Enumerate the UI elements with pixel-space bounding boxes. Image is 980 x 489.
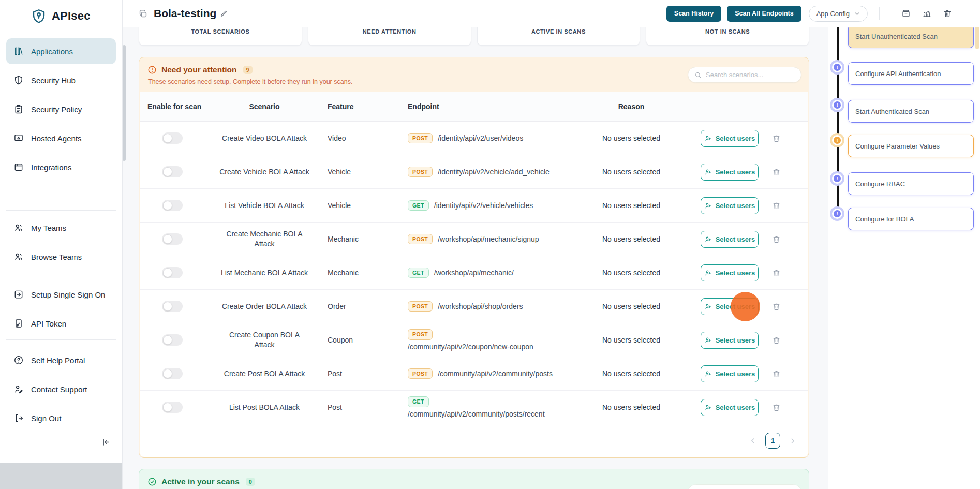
sidebar-item-label: Security Hub <box>31 76 76 85</box>
workflow-step-configure-parameter-values[interactable]: Configure Parameter Values <box>848 135 974 157</box>
sidebar-item-applications[interactable]: Applications <box>6 38 116 64</box>
select-users-button[interactable]: Select users <box>701 332 759 349</box>
stat-card-not-in-scans: NOT IN SCANS <box>646 27 809 46</box>
feature-name: Mechanic <box>324 235 402 243</box>
delete-scenario-icon[interactable] <box>772 336 781 345</box>
endpoint-path: /workshop/api/mechanic/signup <box>438 235 539 243</box>
select-users-button[interactable]: Select users <box>701 130 759 147</box>
archive-icon[interactable] <box>901 9 911 18</box>
delete-scenario-icon[interactable] <box>772 269 781 277</box>
sidebar-item-my-teams[interactable]: My Teams <box>6 215 116 241</box>
feature-name: Vehicle <box>324 201 402 210</box>
scenario-name: Create Mechanic BOLA Attack <box>226 229 303 249</box>
app-config-dropdown[interactable]: App Config <box>809 6 868 22</box>
endpoint-path: /identity/api/v2/user/videos <box>438 134 523 142</box>
sidebar-item-label: Self Help Portal <box>31 356 85 365</box>
scenario-search[interactable] <box>688 67 801 83</box>
next-page-icon[interactable] <box>789 437 797 445</box>
edit-title-icon[interactable] <box>220 10 228 18</box>
stats-cards: TOTAL SCENARIOSNEED ATTENTIONACTIVE IN S… <box>139 27 809 46</box>
brand-name: APIsec <box>52 9 91 23</box>
sidebar-nav: ApplicationsSecurity HubSecurity PolicyH… <box>0 32 122 434</box>
sidebar-item-security-policy[interactable]: Security Policy <box>6 96 116 122</box>
sidebar-item-security-hub[interactable]: Security Hub <box>6 67 116 93</box>
enable-scan-toggle[interactable] <box>162 301 183 312</box>
stat-card-need-attention: NEED ATTENTION <box>308 27 471 46</box>
vertical-scrollbar-thumb[interactable] <box>123 45 126 161</box>
endpoint-path: /community/api/v2/community/posts/recent <box>408 410 545 418</box>
sidebar-item-label: Applications <box>31 47 73 56</box>
person-plus-icon <box>704 303 712 310</box>
active-in-scans-panel: Active in your scans 0 <box>139 469 809 489</box>
scan-history-button[interactable]: Scan History <box>666 6 721 22</box>
workflow-step-start-unauthenticated-scan[interactable]: Start Unauthenticated Scan <box>848 24 974 48</box>
pagination: 1 <box>140 424 808 457</box>
copy-title-icon[interactable] <box>138 9 148 19</box>
scenario-name: Create Video BOLA Attack <box>222 134 307 142</box>
enable-scan-toggle[interactable] <box>162 200 183 211</box>
need-attention-title: Need your attention <box>161 65 237 75</box>
feature-name: Vehicle <box>324 168 402 176</box>
workflow-timeline-line <box>837 27 839 214</box>
sidebar-item-api-token[interactable]: API Token <box>6 310 116 336</box>
sidebar-item-self-help-portal[interactable]: Self Help Portal <box>6 347 116 373</box>
delete-scenario-icon[interactable] <box>772 369 781 378</box>
step-status-icon: ! <box>830 60 844 75</box>
enable-scan-toggle[interactable] <box>162 166 183 177</box>
sidebar-item-integrations[interactable]: Integrations <box>6 154 116 180</box>
delete-scenario-icon[interactable] <box>772 201 781 210</box>
delete-scenario-icon[interactable] <box>772 403 781 412</box>
step-status-icon: ! <box>830 171 844 186</box>
col-reason: Reason <box>566 102 696 111</box>
delete-scenario-icon[interactable] <box>772 235 781 244</box>
scenario-name: Create Vehicle BOLA Attack <box>219 168 309 176</box>
sidebar-item-browse-teams[interactable]: Browse Teams <box>6 244 116 270</box>
sidebar-item-sign-out[interactable]: Sign Out <box>6 405 116 431</box>
select-users-button[interactable]: Select users <box>701 264 759 281</box>
sidebar-collapse[interactable] <box>0 434 122 447</box>
search-scenarios-input[interactable] <box>706 71 795 79</box>
sidebar-item-contact-support[interactable]: Contact Support <box>6 376 116 402</box>
select-users-button[interactable]: Select users <box>701 298 759 315</box>
delete-app-icon[interactable] <box>943 9 952 18</box>
enable-scan-toggle[interactable] <box>162 233 183 245</box>
sidebar-item-label: Integrations <box>31 163 71 172</box>
page-number[interactable]: 1 <box>765 433 780 449</box>
enable-scan-toggle[interactable] <box>162 402 183 413</box>
scan-all-endpoints-button[interactable]: Scan All Endpoints <box>727 6 801 22</box>
chevron-down-icon <box>854 11 860 17</box>
scenarios-table: Enable for scan Scenario Feature Endpoin… <box>140 92 808 457</box>
col-enable-for-scan: Enable for scan <box>140 102 205 111</box>
right-scrollbar-thumb[interactable] <box>975 25 979 49</box>
select-users-button[interactable]: Select users <box>701 365 759 382</box>
workflow-step-configure-rbac[interactable]: Configure RBAC <box>848 172 974 195</box>
stat-card-total-scenarios: TOTAL SCENARIOS <box>139 27 302 46</box>
table-row: List Mechanic BOLA AttackMechanicGET/wor… <box>140 256 808 290</box>
sidebar-footer-block <box>0 463 122 489</box>
workflow-step-configure-api-authentication[interactable]: Configure API Authentication <box>848 62 974 85</box>
prev-page-icon[interactable] <box>749 437 757 445</box>
workflow-step-start-authenticated-scan[interactable]: Start Authenticated Scan <box>848 100 974 123</box>
window-icon <box>13 162 24 172</box>
enable-scan-toggle[interactable] <box>162 267 183 278</box>
select-users-button[interactable]: Select users <box>701 164 759 181</box>
analytics-icon[interactable] <box>922 9 931 18</box>
enable-scan-toggle[interactable] <box>162 132 183 144</box>
enable-scan-toggle[interactable] <box>162 334 183 346</box>
delete-scenario-icon[interactable] <box>772 302 781 311</box>
sidebar-item-hosted-agents[interactable]: Hosted Agents <box>6 125 116 151</box>
select-users-button[interactable]: Select users <box>701 197 759 214</box>
active-scans-search[interactable] <box>688 484 801 489</box>
workflow-step-configure-for-bola[interactable]: Configure for BOLA <box>848 208 974 230</box>
reason-text: No users selected <box>566 201 696 210</box>
delete-scenario-icon[interactable] <box>772 134 781 143</box>
sidebar-item-setup-single-sign-on[interactable]: Setup Single Sign On <box>6 281 116 307</box>
col-endpoint: Endpoint <box>402 102 566 111</box>
workflow-panel: Start Unauthenticated Scan!Configure API… <box>828 27 980 489</box>
scenario-name: List Vehicle BOLA Attack <box>225 201 304 210</box>
select-users-button[interactable]: Select users <box>701 231 759 248</box>
enable-scan-toggle[interactable] <box>162 368 183 379</box>
delete-scenario-icon[interactable] <box>772 168 781 176</box>
select-users-button[interactable]: Select users <box>701 399 759 416</box>
scenario-name: List Post BOLA Attack <box>229 403 300 411</box>
